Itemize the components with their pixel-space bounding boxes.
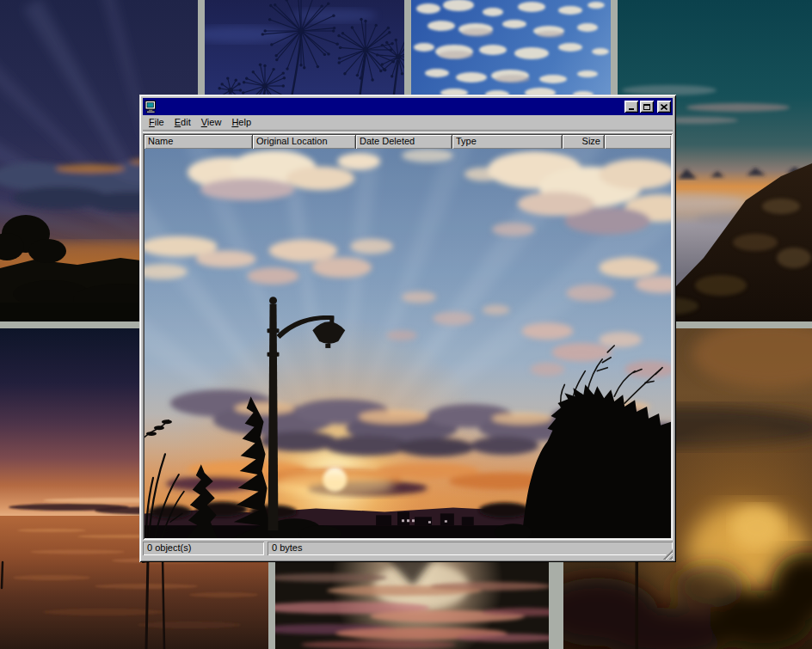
titlebar[interactable] (143, 98, 673, 115)
status-bar: 0 object(s) 0 bytes (143, 540, 673, 559)
menu-edit[interactable]: Edit (169, 116, 196, 129)
status-size: 0 bytes (268, 542, 673, 555)
close-icon (661, 104, 667, 110)
maximize-button[interactable] (640, 101, 654, 113)
column-header-original-location[interactable]: Original Location (253, 135, 356, 149)
status-object-count: 0 object(s) (143, 542, 264, 555)
column-header-blank[interactable] (605, 135, 671, 149)
column-header-size[interactable]: Size (563, 135, 605, 149)
column-header-row: Name Original Location Date Deleted Type… (145, 135, 671, 149)
menu-bar: File Edit View Help (143, 115, 673, 130)
list-view-frame: Name Original Location Date Deleted Type… (143, 133, 673, 540)
my-computer-icon (145, 101, 158, 113)
menu-file[interactable]: File (144, 116, 169, 129)
menu-view[interactable]: View (196, 116, 227, 129)
column-header-name[interactable]: Name (145, 135, 253, 149)
menu-help[interactable]: Help (226, 116, 256, 129)
list-view-background-photo[interactable] (145, 149, 671, 538)
minimize-button[interactable] (624, 101, 638, 113)
close-button[interactable] (657, 101, 671, 113)
column-header-date-deleted[interactable]: Date Deleted (356, 135, 452, 149)
minimize-icon (629, 108, 634, 110)
maximize-icon (643, 104, 650, 110)
column-header-type[interactable]: Type (452, 135, 563, 149)
recycle-bin-window: File Edit View Help Name Original Locati… (139, 95, 676, 562)
screen: { "window": { "title": "", "icon": "my-c… (0, 0, 812, 649)
